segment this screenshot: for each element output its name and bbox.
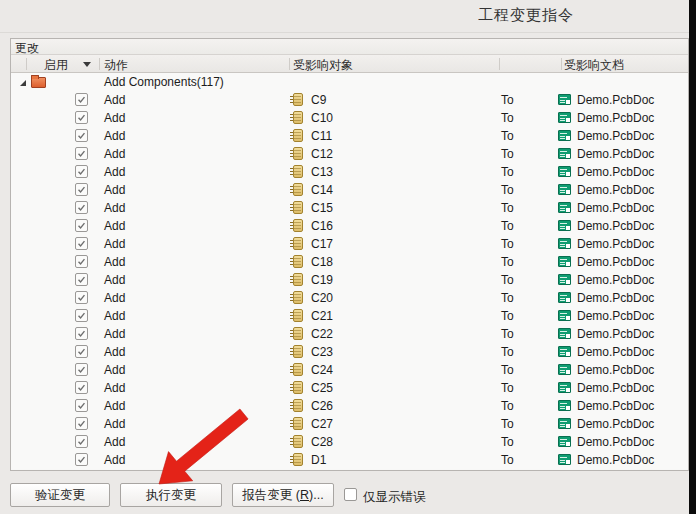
row-document: Demo.PcbDoc: [577, 381, 654, 395]
pcbdoc-icon: [558, 166, 571, 177]
group-row[interactable]: Add Components(117): [11, 73, 688, 91]
component-icon: [293, 417, 303, 430]
pcbdoc-icon: [558, 436, 571, 447]
row-document: Demo.PcbDoc: [577, 129, 654, 143]
row-enable-checkbox[interactable]: [75, 399, 88, 412]
table-row[interactable]: AddC11ToDemo.PcbDoc: [11, 127, 688, 145]
row-document: Demo.PcbDoc: [577, 111, 654, 125]
row-enable-checkbox[interactable]: [75, 453, 88, 466]
table-row[interactable]: AddC15ToDemo.PcbDoc: [11, 199, 688, 217]
table-row[interactable]: AddC22ToDemo.PcbDoc: [11, 325, 688, 343]
table-row[interactable]: AddC16ToDemo.PcbDoc: [11, 217, 688, 235]
table-row[interactable]: AddC25ToDemo.PcbDoc: [11, 379, 688, 397]
component-icon: [293, 255, 303, 268]
report-label-mnemonic: R: [300, 488, 309, 502]
row-enable-checkbox[interactable]: [75, 165, 88, 178]
table-row[interactable]: AddC21ToDemo.PcbDoc: [11, 307, 688, 325]
row-enable-checkbox[interactable]: [75, 327, 88, 340]
checkmark-icon: [76, 364, 87, 375]
validate-button[interactable]: 验证变更: [10, 483, 110, 507]
enable-filter-dropdown-icon[interactable]: [83, 62, 91, 67]
row-object-designator: C12: [311, 147, 333, 161]
row-to: To: [501, 273, 514, 287]
table-row[interactable]: AddC28ToDemo.PcbDoc: [11, 433, 688, 451]
row-document: Demo.PcbDoc: [577, 345, 654, 359]
checkmark-icon: [76, 166, 87, 177]
row-to: To: [501, 327, 514, 341]
footer-bar: 验证变更 执行变更 报告变更 (R)... 仅显示错误: [0, 477, 696, 514]
table-row[interactable]: AddC9ToDemo.PcbDoc: [11, 91, 688, 109]
row-enable-checkbox[interactable]: [75, 273, 88, 286]
row-to: To: [501, 255, 514, 269]
col-header-enable[interactable]: 启用: [44, 57, 68, 74]
pcbdoc-icon: [558, 382, 571, 393]
component-icon: [293, 381, 303, 394]
row-enable-checkbox[interactable]: [75, 417, 88, 430]
checkmark-icon: [76, 238, 87, 249]
component-icon: [293, 111, 303, 124]
table-row[interactable]: AddC19ToDemo.PcbDoc: [11, 271, 688, 289]
report-label-suffix: )...: [309, 488, 324, 502]
row-object-designator: C25: [311, 381, 333, 395]
col-header-affected-object[interactable]: 受影响对象: [293, 57, 353, 74]
row-document: Demo.PcbDoc: [577, 201, 654, 215]
row-enable-checkbox[interactable]: [75, 111, 88, 124]
row-to: To: [501, 183, 514, 197]
table-row[interactable]: AddC18ToDemo.PcbDoc: [11, 253, 688, 271]
table-row[interactable]: AddC23ToDemo.PcbDoc: [11, 343, 688, 361]
component-icon: [293, 435, 303, 448]
component-icon: [293, 219, 303, 232]
pcbdoc-icon: [558, 364, 571, 375]
show-errors-checkbox[interactable]: [344, 488, 357, 501]
report-button[interactable]: 报告变更 (R)...: [232, 483, 334, 507]
row-enable-checkbox[interactable]: [75, 435, 88, 448]
dialog-title: 工程变更指令: [478, 6, 574, 25]
checkmark-icon: [76, 418, 87, 429]
row-to: To: [501, 363, 514, 377]
row-document: Demo.PcbDoc: [577, 435, 654, 449]
checkmark-icon: [76, 454, 87, 465]
table-row[interactable]: AddC26ToDemo.PcbDoc: [11, 397, 688, 415]
row-enable-checkbox[interactable]: [75, 381, 88, 394]
row-enable-checkbox[interactable]: [75, 93, 88, 106]
row-enable-checkbox[interactable]: [75, 255, 88, 268]
row-enable-checkbox[interactable]: [75, 363, 88, 376]
component-icon: [293, 183, 303, 196]
row-enable-checkbox[interactable]: [75, 219, 88, 232]
table-row[interactable]: AddC17ToDemo.PcbDoc: [11, 235, 688, 253]
execute-button[interactable]: 执行变更: [120, 483, 222, 507]
row-document: Demo.PcbDoc: [577, 93, 654, 107]
row-action: Add: [104, 417, 125, 431]
table-row[interactable]: AddC13ToDemo.PcbDoc: [11, 163, 688, 181]
row-action: Add: [104, 201, 125, 215]
row-enable-checkbox[interactable]: [75, 309, 88, 322]
row-enable-checkbox[interactable]: [75, 201, 88, 214]
row-object-designator: C28: [311, 435, 333, 449]
row-enable-checkbox[interactable]: [75, 129, 88, 142]
row-enable-checkbox[interactable]: [75, 291, 88, 304]
row-object-designator: C26: [311, 399, 333, 413]
component-icon: [293, 165, 303, 178]
table-row[interactable]: AddC10ToDemo.PcbDoc: [11, 109, 688, 127]
row-to: To: [501, 399, 514, 413]
table-row[interactable]: AddC12ToDemo.PcbDoc: [11, 145, 688, 163]
row-object-designator: C17: [311, 237, 333, 251]
expander-icon[interactable]: [19, 79, 27, 87]
row-enable-checkbox[interactable]: [75, 345, 88, 358]
row-action: Add: [104, 291, 125, 305]
row-enable-checkbox[interactable]: [75, 147, 88, 160]
checkmark-icon: [76, 94, 87, 105]
row-action: Add: [104, 237, 125, 251]
table-row[interactable]: AddD1ToDemo.PcbDoc: [11, 451, 688, 469]
col-header-affected-document[interactable]: 受影响文档: [564, 57, 624, 74]
table-row[interactable]: AddC14ToDemo.PcbDoc: [11, 181, 688, 199]
table-row[interactable]: AddC27ToDemo.PcbDoc: [11, 415, 688, 433]
column-separator: [499, 58, 500, 70]
group-label: Add Components(117): [104, 75, 224, 89]
pcbdoc-icon: [558, 220, 571, 231]
table-row[interactable]: AddC20ToDemo.PcbDoc: [11, 289, 688, 307]
col-header-action[interactable]: 动作: [104, 57, 128, 74]
table-row[interactable]: AddC24ToDemo.PcbDoc: [11, 361, 688, 379]
row-enable-checkbox[interactable]: [75, 237, 88, 250]
row-enable-checkbox[interactable]: [75, 183, 88, 196]
